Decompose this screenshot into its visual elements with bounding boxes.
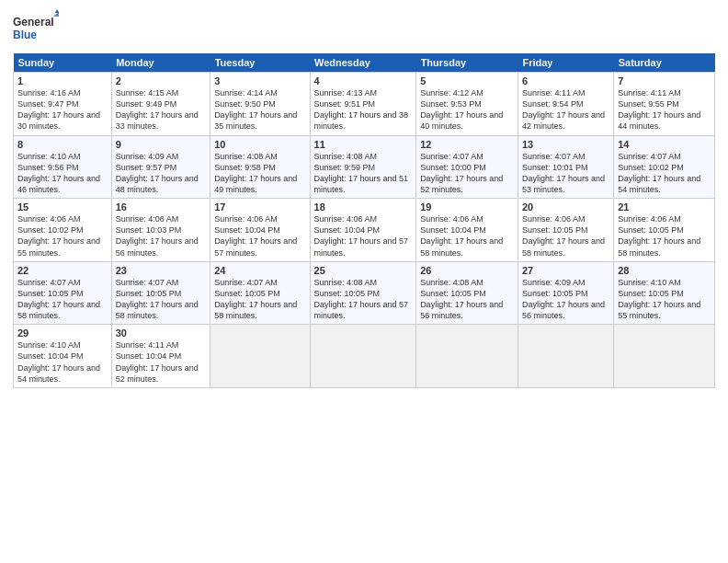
calendar-day: 18 Sunrise: 4:06 AMSunset: 10:04 PMDayli… [310, 199, 416, 262]
day-number: 24 [214, 265, 305, 276]
column-header-friday: Friday [518, 53, 613, 73]
day-info: Sunrise: 4:07 AMSunset: 10:02 PMDaylight… [618, 152, 700, 194]
calendar-day: 21 Sunrise: 4:06 AMSunset: 10:05 PMDayli… [614, 199, 715, 262]
day-info: Sunrise: 4:07 AMSunset: 10:05 PMDaylight… [17, 278, 100, 320]
day-info: Sunrise: 4:06 AMSunset: 10:05 PMDaylight… [522, 214, 605, 257]
day-info: Sunrise: 4:09 AMSunset: 10:05 PMDaylight… [522, 278, 605, 320]
day-number: 13 [522, 139, 609, 150]
calendar-day: 25 Sunrise: 4:08 AMSunset: 10:05 PMDayli… [310, 261, 416, 325]
day-number: 19 [420, 201, 514, 213]
day-number: 21 [618, 201, 711, 213]
calendar-day: 13 Sunrise: 4:07 AMSunset: 10:01 PMDayli… [518, 135, 613, 199]
day-number: 27 [522, 265, 609, 276]
calendar-day: 8 Sunrise: 4:10 AMSunset: 9:56 PMDayligh… [14, 135, 112, 199]
column-header-sunday: Sunday [14, 53, 112, 73]
calendar-day: 14 Sunrise: 4:07 AMSunset: 10:02 PMDayli… [614, 135, 715, 199]
svg-text:Blue: Blue [13, 29, 37, 41]
calendar-week-row: 15 Sunrise: 4:06 AMSunset: 10:02 PMDayli… [14, 199, 715, 262]
calendar-day: 7 Sunrise: 4:11 AMSunset: 9:55 PMDayligh… [614, 73, 715, 136]
day-number: 29 [17, 327, 108, 339]
svg-text:General: General [13, 16, 54, 29]
calendar-day: 24 Sunrise: 4:07 AMSunset: 10:05 PMDayli… [210, 261, 310, 325]
day-info: Sunrise: 4:10 AMSunset: 9:56 PMDaylight:… [17, 152, 100, 194]
day-info: Sunrise: 4:08 AMSunset: 9:58 PMDaylight:… [214, 152, 297, 194]
day-number: 2 [116, 75, 206, 86]
day-info: Sunrise: 4:15 AMSunset: 9:49 PMDaylight:… [116, 88, 199, 131]
day-info: Sunrise: 4:10 AMSunset: 10:05 PMDaylight… [618, 278, 700, 320]
page-header: General Blue [13, 9, 715, 46]
day-number: 11 [314, 139, 413, 150]
calendar-day: 16 Sunrise: 4:06 AMSunset: 10:03 PMDayli… [111, 199, 210, 262]
calendar-day: 28 Sunrise: 4:10 AMSunset: 10:05 PMDayli… [614, 261, 715, 325]
column-header-thursday: Thursday [416, 53, 518, 73]
day-info: Sunrise: 4:07 AMSunset: 10:05 PMDaylight… [116, 278, 199, 320]
day-number: 8 [17, 139, 108, 150]
day-info: Sunrise: 4:08 AMSunset: 10:05 PMDaylight… [314, 278, 409, 320]
day-number: 18 [314, 201, 413, 213]
day-number: 16 [116, 201, 206, 213]
day-number: 25 [314, 265, 413, 276]
day-number: 20 [522, 201, 609, 213]
day-info: Sunrise: 4:06 AMSunset: 10:04 PMDaylight… [314, 214, 409, 257]
calendar-day: 10 Sunrise: 4:08 AMSunset: 9:58 PMDaylig… [210, 135, 310, 199]
empty-cell [310, 325, 416, 388]
day-info: Sunrise: 4:16 AMSunset: 9:47 PMDaylight:… [17, 88, 100, 131]
day-number: 26 [420, 265, 514, 276]
day-number: 7 [618, 75, 711, 86]
calendar-week-row: 22 Sunrise: 4:07 AMSunset: 10:05 PMDayli… [14, 261, 715, 325]
day-number: 17 [214, 201, 305, 213]
day-number: 9 [116, 139, 206, 150]
calendar-day: 4 Sunrise: 4:13 AMSunset: 9:51 PMDayligh… [310, 73, 416, 136]
empty-cell [614, 325, 715, 388]
day-info: Sunrise: 4:14 AMSunset: 9:50 PMDaylight:… [214, 88, 297, 131]
calendar-day: 19 Sunrise: 4:06 AMSunset: 10:04 PMDayli… [416, 199, 518, 262]
day-info: Sunrise: 4:07 AMSunset: 10:05 PMDaylight… [214, 278, 297, 320]
calendar-day: 23 Sunrise: 4:07 AMSunset: 10:05 PMDayli… [111, 261, 210, 325]
day-number: 10 [214, 139, 305, 150]
calendar-day: 2 Sunrise: 4:15 AMSunset: 9:49 PMDayligh… [111, 73, 210, 136]
calendar-day: 27 Sunrise: 4:09 AMSunset: 10:05 PMDayli… [518, 261, 613, 325]
day-number: 23 [116, 265, 206, 276]
calendar-day: 20 Sunrise: 4:06 AMSunset: 10:05 PMDayli… [518, 199, 613, 262]
calendar-day: 9 Sunrise: 4:09 AMSunset: 9:57 PMDayligh… [111, 135, 210, 199]
day-info: Sunrise: 4:13 AMSunset: 9:51 PMDaylight:… [314, 88, 409, 131]
day-info: Sunrise: 4:06 AMSunset: 10:05 PMDaylight… [618, 214, 700, 257]
day-number: 3 [214, 75, 305, 86]
calendar-day: 12 Sunrise: 4:07 AMSunset: 10:00 PMDayli… [416, 135, 518, 199]
day-info: Sunrise: 4:10 AMSunset: 10:04 PMDaylight… [17, 340, 100, 383]
empty-cell [416, 325, 518, 388]
calendar-day: 11 Sunrise: 4:08 AMSunset: 9:59 PMDaylig… [310, 135, 416, 199]
column-header-wednesday: Wednesday [310, 53, 416, 73]
day-number: 4 [314, 75, 413, 86]
day-info: Sunrise: 4:08 AMSunset: 9:59 PMDaylight:… [314, 152, 409, 194]
day-number: 1 [17, 75, 108, 86]
column-header-saturday: Saturday [614, 53, 715, 73]
column-header-monday: Monday [111, 53, 210, 73]
logo: General Blue [13, 9, 59, 46]
day-number: 30 [116, 327, 206, 339]
day-number: 28 [618, 265, 711, 276]
day-info: Sunrise: 4:07 AMSunset: 10:01 PMDaylight… [522, 152, 605, 194]
logo-svg: General Blue [13, 9, 59, 46]
empty-cell [518, 325, 613, 388]
calendar-day: 26 Sunrise: 4:08 AMSunset: 10:05 PMDayli… [416, 261, 518, 325]
column-header-tuesday: Tuesday [210, 53, 310, 73]
day-number: 22 [17, 265, 108, 276]
day-number: 12 [420, 139, 514, 150]
calendar-table: SundayMondayTuesdayWednesdayThursdayFrid… [13, 53, 715, 388]
calendar-week-row: 1 Sunrise: 4:16 AMSunset: 9:47 PMDayligh… [14, 73, 715, 136]
day-number: 14 [618, 139, 711, 150]
day-info: Sunrise: 4:07 AMSunset: 10:00 PMDaylight… [420, 152, 503, 194]
calendar-day: 29 Sunrise: 4:10 AMSunset: 10:04 PMDayli… [14, 325, 112, 388]
day-info: Sunrise: 4:08 AMSunset: 10:05 PMDaylight… [420, 278, 503, 320]
calendar-day: 3 Sunrise: 4:14 AMSunset: 9:50 PMDayligh… [210, 73, 310, 136]
day-number: 15 [17, 201, 108, 213]
calendar-week-row: 29 Sunrise: 4:10 AMSunset: 10:04 PMDayli… [14, 325, 715, 388]
calendar-day: 17 Sunrise: 4:06 AMSunset: 10:04 PMDayli… [210, 199, 310, 262]
calendar-day: 15 Sunrise: 4:06 AMSunset: 10:02 PMDayli… [14, 199, 112, 262]
day-info: Sunrise: 4:06 AMSunset: 10:02 PMDaylight… [17, 214, 100, 257]
day-number: 5 [420, 75, 514, 86]
day-info: Sunrise: 4:06 AMSunset: 10:04 PMDaylight… [420, 214, 503, 257]
empty-cell [210, 325, 310, 388]
day-info: Sunrise: 4:11 AMSunset: 9:54 PMDaylight:… [522, 88, 605, 131]
